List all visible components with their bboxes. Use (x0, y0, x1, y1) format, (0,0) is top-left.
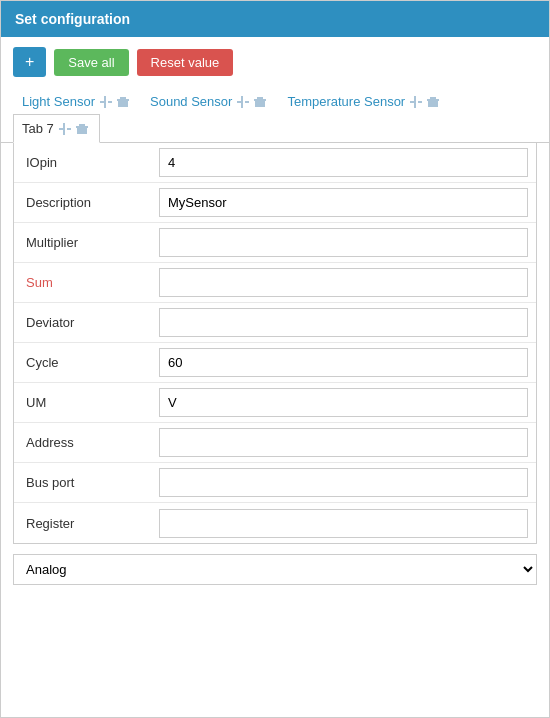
form-row-deviator: Deviator (14, 303, 536, 343)
label-register: Register (14, 508, 159, 539)
label-description: Description (14, 187, 159, 218)
form-row-um: UM (14, 383, 536, 423)
input-sum[interactable] (159, 268, 528, 297)
save-all-button[interactable]: Save all (54, 49, 128, 76)
svg-rect-23 (430, 97, 436, 99)
tab-tab7-label: Tab 7 (22, 121, 54, 136)
svg-rect-25 (63, 123, 65, 135)
svg-rect-18 (418, 101, 422, 103)
svg-rect-7 (120, 97, 126, 99)
input-address[interactable] (159, 428, 528, 457)
bottom-area: Analog Digital I2C SPI (1, 544, 549, 595)
reset-value-button[interactable]: Reset value (137, 49, 234, 76)
svg-rect-17 (414, 96, 416, 108)
svg-rect-14 (255, 99, 265, 107)
label-deviator: Deviator (14, 307, 159, 338)
input-multiplier[interactable] (159, 228, 528, 257)
title-bar: Set configuration (1, 1, 549, 37)
input-iopin[interactable] (159, 148, 528, 177)
svg-rect-0 (100, 101, 104, 103)
form-area: IOpin Description Multiplier Sum Deviato… (13, 143, 537, 544)
tab-sound-sensor-icons (236, 95, 267, 109)
svg-rect-31 (79, 124, 85, 126)
svg-rect-1 (104, 96, 106, 108)
form-row-register: Register (14, 503, 536, 543)
svg-rect-6 (118, 99, 128, 107)
toolbar: + Save all Reset value (1, 37, 549, 87)
tab-light-sensor[interactable]: Light Sensor (13, 87, 141, 115)
label-busport: Bus port (14, 467, 159, 498)
form-row-busport: Bus port (14, 463, 536, 503)
type-dropdown[interactable]: Analog Digital I2C SPI (13, 554, 537, 585)
input-busport[interactable] (159, 468, 528, 497)
fork-icon3 (409, 95, 423, 109)
trash-icon2 (253, 95, 267, 109)
label-cycle: Cycle (14, 347, 159, 378)
svg-rect-24 (59, 128, 63, 130)
tab-tab7-icons (58, 122, 89, 136)
input-description[interactable] (159, 188, 528, 217)
svg-rect-9 (241, 96, 243, 108)
label-sum: Sum (14, 267, 159, 298)
fork-icon2 (236, 95, 250, 109)
tab-light-sensor-icons (99, 95, 130, 109)
add-button[interactable]: + (13, 47, 46, 77)
input-deviator[interactable] (159, 308, 528, 337)
trash-icon (116, 95, 130, 109)
svg-rect-30 (77, 126, 87, 134)
svg-rect-22 (428, 99, 438, 107)
tabs-container: Light Sensor Sound Sensor Temperature Se… (1, 87, 549, 143)
trash-icon3 (426, 95, 440, 109)
label-iopin: IOpin (14, 147, 159, 178)
form-row-sum: Sum (14, 263, 536, 303)
input-um[interactable] (159, 388, 528, 417)
input-register[interactable] (159, 509, 528, 538)
tab-sound-sensor-label: Sound Sensor (150, 94, 232, 109)
svg-rect-15 (257, 97, 263, 99)
label-um: UM (14, 387, 159, 418)
label-address: Address (14, 427, 159, 458)
form-row-cycle: Cycle (14, 343, 536, 383)
tab-light-sensor-label: Light Sensor (22, 94, 95, 109)
tab-temperature-sensor[interactable]: Temperature Sensor (278, 87, 451, 115)
tab-sound-sensor[interactable]: Sound Sensor (141, 87, 278, 115)
form-row-iopin: IOpin (14, 143, 536, 183)
svg-rect-16 (410, 101, 414, 103)
tab-temperature-sensor-label: Temperature Sensor (287, 94, 405, 109)
svg-rect-26 (67, 128, 71, 130)
main-window: Set configuration + Save all Reset value… (0, 0, 550, 718)
input-cycle[interactable] (159, 348, 528, 377)
form-row-address: Address (14, 423, 536, 463)
form-row-multiplier: Multiplier (14, 223, 536, 263)
label-multiplier: Multiplier (14, 227, 159, 258)
window-title: Set configuration (15, 11, 130, 27)
svg-rect-8 (237, 101, 241, 103)
form-row-description: Description (14, 183, 536, 223)
svg-rect-10 (245, 101, 249, 103)
tab-tab7[interactable]: Tab 7 (13, 114, 100, 143)
svg-rect-2 (108, 101, 112, 103)
fork-icon4 (58, 122, 72, 136)
trash-icon4 (75, 122, 89, 136)
tab-temp-sensor-icons (409, 95, 440, 109)
fork-icon (99, 95, 113, 109)
